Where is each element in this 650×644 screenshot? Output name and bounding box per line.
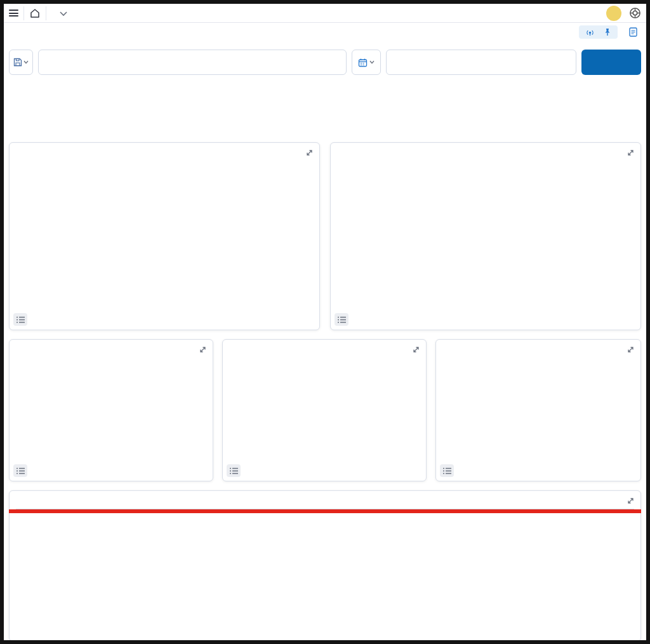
- calendar-icon: [358, 58, 368, 67]
- menu-icon[interactable]: [9, 8, 18, 18]
- legend-toggle-icon[interactable]: [13, 464, 27, 477]
- divider: [46, 6, 46, 20]
- panel-top5-alerts: [9, 339, 213, 481]
- expand-icon[interactable]: [627, 497, 635, 505]
- search-input[interactable]: [45, 58, 335, 67]
- expand-icon[interactable]: [305, 149, 314, 157]
- pie-charts-row: [4, 330, 646, 481]
- legend-toggle-icon[interactable]: [440, 464, 454, 477]
- panel-top5-pci-dss: [435, 339, 641, 481]
- refresh-button[interactable]: [581, 50, 641, 75]
- datepicker-quick-button[interactable]: [352, 50, 381, 75]
- panel-alerts: [330, 142, 641, 330]
- top5-rule-groups-pie: [229, 351, 332, 454]
- panel-security-alerts: [9, 490, 641, 641]
- date-range-box[interactable]: [386, 50, 576, 75]
- help-ring-icon[interactable]: [629, 7, 641, 19]
- save-icon: [13, 58, 22, 67]
- expand-icon[interactable]: [199, 345, 207, 354]
- panel-alert-groups-evolution: [9, 142, 320, 330]
- expand-icon[interactable]: [412, 345, 420, 354]
- chevron-down-icon: [23, 60, 29, 64]
- home-icon[interactable]: [29, 8, 41, 19]
- top5-alerts-donut: [16, 351, 112, 448]
- table-body: [16, 509, 634, 513]
- pin-icon[interactable]: [604, 28, 611, 36]
- alert-groups-evolution-chart: [16, 152, 225, 312]
- agent-selector[interactable]: [579, 25, 618, 39]
- signal-icon: [585, 28, 595, 36]
- red-highlight-box: [9, 509, 641, 513]
- expand-icon[interactable]: [627, 149, 635, 157]
- report-doc-icon: [629, 27, 637, 37]
- table-header: [16, 499, 634, 509]
- legend-toggle-icon[interactable]: [227, 464, 241, 477]
- saved-query-button[interactable]: [9, 50, 33, 75]
- filter-row: [4, 75, 646, 95]
- legend-toggle-icon[interactable]: [335, 313, 348, 326]
- sub-header: [4, 23, 646, 46]
- search-bar-row: [4, 46, 646, 75]
- top-bar: [4, 4, 646, 23]
- search-box: [38, 50, 347, 75]
- chevron-down-icon[interactable]: [59, 10, 68, 17]
- alerts-chart: [337, 152, 566, 312]
- chevron-down-icon: [369, 60, 375, 64]
- area-charts-row: [4, 137, 646, 330]
- panel-top5-rule-groups: [222, 339, 427, 481]
- stats-row: [121, 100, 551, 137]
- top5-pci-donut: [442, 351, 539, 448]
- expand-icon[interactable]: [627, 345, 635, 354]
- avatar[interactable]: [606, 6, 621, 21]
- divider: [23, 6, 24, 20]
- generate-report-button[interactable]: [629, 27, 641, 37]
- legend-toggle-icon[interactable]: [13, 313, 27, 326]
